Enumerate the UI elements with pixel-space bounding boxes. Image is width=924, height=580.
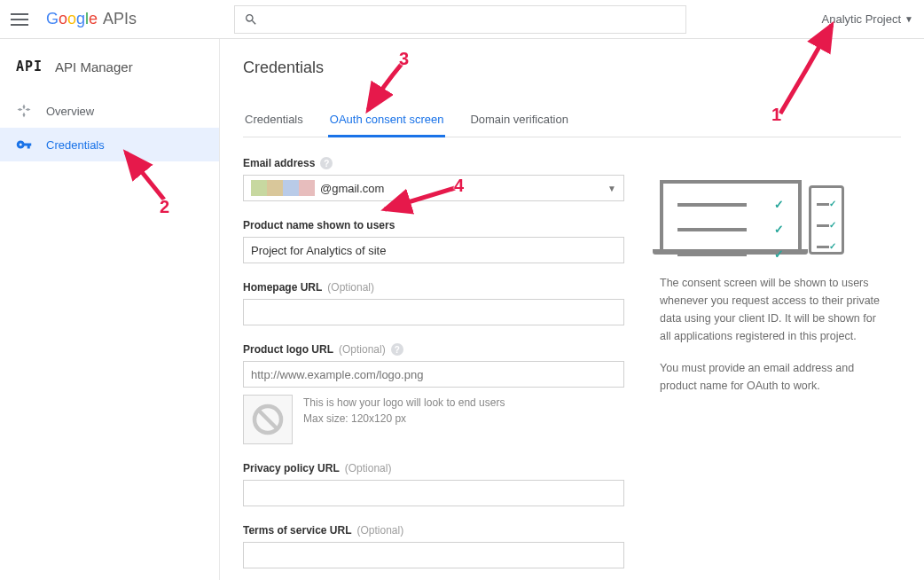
sidebar-item-label: Credentials: [46, 138, 105, 152]
google-apis-logo[interactable]: Google APIs: [46, 10, 137, 28]
search-icon: [244, 12, 258, 27]
email-select[interactable]: @gmail.com ▼: [243, 175, 624, 201]
product-name-label: Product name shown to users: [243, 219, 624, 231]
info-paragraph: The consent screen will be shown to user…: [660, 274, 881, 345]
sidebar-title: API Manager: [55, 59, 133, 74]
consent-form: Email address ? @gmail.com ▼: [243, 157, 624, 580]
overview-icon: [16, 103, 32, 119]
logo-apis-text: APIs: [103, 10, 137, 28]
logo-hint: This is how your logo will look to end u…: [303, 395, 505, 444]
caret-down-icon: ▼: [904, 14, 913, 24]
key-icon: [16, 137, 32, 153]
project-picker[interactable]: Analytic Project ▼: [822, 12, 914, 26]
tos-url-label: Terms of service URL (Optional): [243, 524, 624, 537]
sidebar-item-label: Overview: [46, 105, 94, 118]
api-badge: API: [16, 59, 43, 74]
sidebar-header: API API Manager: [0, 39, 219, 94]
product-name-input[interactable]: [243, 237, 624, 263]
sidebar-item-credentials[interactable]: Credentials: [0, 128, 219, 161]
main-content: Credentials Credentials OAuth consent sc…: [220, 39, 924, 580]
email-label: Email address ?: [243, 157, 624, 169]
page-title: Credentials: [243, 59, 901, 77]
logo-preview: [243, 395, 293, 444]
product-logo-label: Product logo URL (Optional) ?: [243, 343, 624, 356]
tab-domain-verification[interactable]: Domain verification: [468, 113, 570, 137]
top-bar: Google APIs Analytic Project ▼: [0, 0, 924, 39]
project-name: Analytic Project: [822, 12, 902, 26]
homepage-url-label: Homepage URL (Optional): [243, 281, 624, 294]
privacy-url-input[interactable]: [243, 480, 624, 506]
privacy-url-label: Privacy policy URL (Optional): [243, 462, 624, 474]
tab-credentials[interactable]: Credentials: [243, 113, 305, 137]
search-input[interactable]: [234, 5, 686, 34]
caret-down-icon: ▼: [607, 184, 616, 193]
tabs: Credentials OAuth consent screen Domain …: [243, 113, 901, 137]
product-logo-input[interactable]: [243, 361, 624, 388]
sidebar-item-overview[interactable]: Overview: [0, 94, 219, 128]
tab-oauth-consent[interactable]: OAuth consent screen: [328, 113, 446, 137]
avatar-swatch: [251, 180, 315, 196]
tos-url-input[interactable]: [243, 542, 624, 568]
help-icon[interactable]: ?: [320, 157, 333, 169]
info-paragraph: You must provide an email address and pr…: [660, 359, 881, 395]
email-value: @gmail.com: [320, 182, 384, 195]
svg-line-1: [259, 411, 278, 429]
info-panel: ✓ ✓ ✓ ✓ ✓ ✓ The consent: [660, 157, 881, 580]
consent-illustration: ✓ ✓ ✓ ✓ ✓ ✓: [660, 157, 881, 255]
help-icon[interactable]: ?: [391, 343, 403, 356]
homepage-url-input[interactable]: [243, 299, 624, 325]
sidebar: API API Manager Overview Credentials: [0, 39, 220, 580]
menu-icon[interactable]: [11, 13, 28, 26]
